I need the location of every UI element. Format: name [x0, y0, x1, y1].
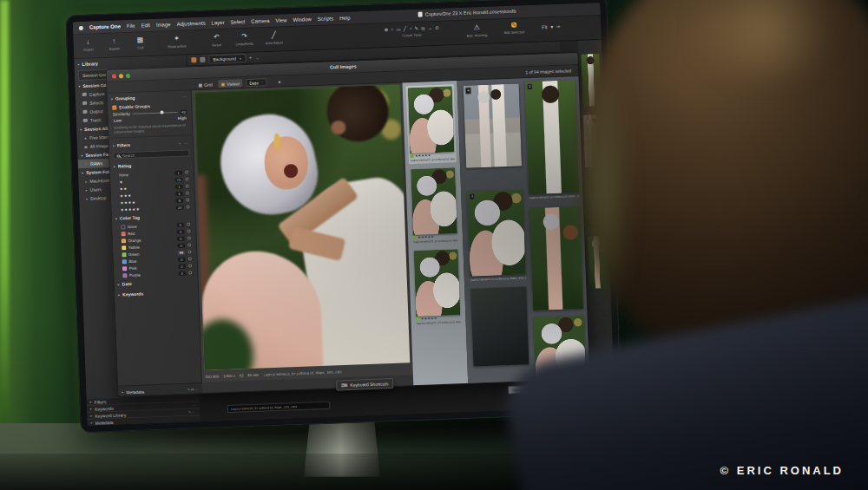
- pan-tool-icon[interactable]: ⊕: [384, 27, 388, 32]
- import-button[interactable]: ↓Import: [75, 36, 102, 52]
- thumbnail-filename: CaptureOne23_EricRonald_RAWs_305.CR3: [413, 238, 457, 244]
- menu-help[interactable]: Help: [339, 16, 351, 21]
- menu-image[interactable]: Image: [156, 22, 171, 28]
- similarity-slider[interactable]: [133, 111, 177, 114]
- undo-redo-icon: ↷: [231, 31, 257, 42]
- filter-toggle[interactable]: [186, 192, 189, 195]
- document-icon: [418, 12, 423, 17]
- filmstrip-thumbnail[interactable]: [408, 86, 455, 154]
- filmstrip-thumbnail[interactable]: [414, 249, 461, 317]
- metadata-tool-icons[interactable]: ✎⇄⋯: [187, 387, 199, 391]
- rotate-tool-icon[interactable]: ╱: [404, 26, 407, 31]
- layer-select[interactable]: Background▾: [208, 54, 246, 64]
- disk-icon: ▸: [85, 179, 87, 183]
- filters-header[interactable]: ▾Filters＋ ⋯: [109, 138, 193, 152]
- filter-toggle[interactable]: [186, 185, 189, 188]
- menu-file[interactable]: File: [127, 23, 135, 29]
- show-online-icon: ✶: [163, 33, 189, 43]
- add-layer-button[interactable]: +: [249, 56, 253, 61]
- cull-tool-panel: ▾Grouping⋯ ✓Enable Groups Similarity 43 …: [108, 90, 202, 385]
- edit-selected-icon: ✎: [512, 23, 516, 28]
- more-icon[interactable]: ⋯: [192, 402, 196, 407]
- browser-tab[interactable]: CaptureOne23_EricRonald_RAWs_228.CR3: [227, 402, 330, 413]
- filmstrip-cell[interactable]: ★★★★★ CaptureOne23_EricRonald_RAWs_306.C…: [412, 247, 463, 327]
- filter-toggle[interactable]: [188, 271, 192, 275]
- grid-view-button[interactable]: ▦Grid: [195, 80, 215, 88]
- group-count-badge: 2: [527, 83, 534, 90]
- zoom-tool-icon[interactable]: ○: [391, 27, 394, 32]
- group-filename: CaptureOne23_EricRonald_RAWs_303.CR3: [529, 194, 579, 199]
- photo-bride-laugh: [283, 164, 298, 179]
- ambient-green-glow: [0, 0, 78, 490]
- viewer-icon: ▣: [220, 81, 225, 86]
- filter-toggle[interactable]: [187, 244, 191, 247]
- filter-toggle[interactable]: [187, 251, 191, 254]
- brush-icon[interactable]: ✑: [556, 24, 561, 29]
- menu-view[interactable]: View: [275, 17, 286, 23]
- keywords-header[interactable]: ▸Keywords: [115, 287, 198, 301]
- auto-adjust-button[interactable]: ╱Auto Adjust: [260, 29, 287, 45]
- filter-toggle[interactable]: [187, 206, 190, 209]
- keyboard-shortcuts-button[interactable]: ⌨ Keyboard Shortcuts: [336, 378, 394, 390]
- crop-tool-icon[interactable]: ▭: [396, 26, 400, 31]
- group-thumbnail[interactable]: [470, 286, 529, 366]
- filter-toggle[interactable]: [188, 265, 192, 268]
- export-button[interactable]: ↑Export: [101, 36, 128, 51]
- layer-more-button[interactable]: ⌄: [255, 55, 259, 60]
- menu-adjustments[interactable]: Adjustments: [176, 21, 205, 27]
- exposure-warning-button[interactable]: ⚠Exp. Warning: [462, 23, 492, 38]
- filmstrip-thumbnail[interactable]: [411, 167, 457, 235]
- chevron-down-icon: ▾: [550, 24, 553, 29]
- group-thumbnail[interactable]: 4: [464, 84, 522, 168]
- filter-toggle[interactable]: [188, 258, 192, 261]
- menu-layer[interactable]: Layer: [211, 20, 224, 26]
- filmstrip-cell[interactable]: ★★★★★ CaptureOne23_EricRonald_RAWs_305.C…: [409, 166, 459, 245]
- photo-head-chain: [274, 134, 281, 150]
- menu-capture-one[interactable]: Capture One: [89, 23, 121, 29]
- filter-toggle[interactable]: [185, 171, 188, 174]
- filter-toggle[interactable]: [187, 230, 191, 233]
- add-filter-icon[interactable]: ＋ ⋯: [178, 140, 189, 145]
- zoom-fit-control[interactable]: Fit▾ ✑: [542, 24, 561, 30]
- viewer-view-button[interactable]: ▣Viewer: [218, 79, 242, 88]
- apple-icon[interactable]: [79, 25, 83, 29]
- slider-knob[interactable]: [161, 111, 164, 114]
- filter-toggle[interactable]: [186, 199, 189, 202]
- filter-toggle[interactable]: [187, 237, 191, 240]
- undo-redo-button[interactable]: ↷Undo/Redo: [231, 31, 258, 47]
- edit-selected-button[interactable]: ✎Edit Selected: [498, 21, 530, 35]
- reset-icon: ↶: [203, 32, 229, 42]
- filter-toggle[interactable]: [185, 178, 188, 181]
- menu-edit[interactable]: Edit: [141, 23, 150, 28]
- adjust-tool-icon[interactable]: ↔: [428, 25, 433, 30]
- menu-scripts[interactable]: Scripts: [318, 16, 334, 22]
- tool-icons[interactable]: ✎⋯: [188, 409, 197, 414]
- spot-tool-icon[interactable]: ◔: [409, 26, 412, 31]
- thumbnail-filename: CaptureOne23_EricRonald_RAWs_306.CR3: [417, 320, 461, 325]
- import-icon: ↓: [75, 36, 101, 47]
- menu-camera[interactable]: Camera: [251, 18, 270, 24]
- menu-select[interactable]: Select: [230, 19, 245, 25]
- more-icon[interactable]: ⋯: [182, 94, 187, 98]
- show-online-button[interactable]: ✶Show online: [163, 33, 190, 49]
- folder-icon: ▸: [86, 196, 88, 200]
- draw-mask-tool-icon[interactable]: ✎: [414, 26, 418, 31]
- group-thumbnail[interactable]: 3: [467, 189, 526, 276]
- viewer-photo[interactable]: [194, 85, 411, 370]
- sort-by-select[interactable]: Date↕: [246, 78, 266, 87]
- filmstrip-cell[interactable]: ★★★★★ CaptureOne23_EricRonald_RAWs_304.C…: [406, 84, 457, 164]
- filter-toggle[interactable]: [187, 223, 190, 226]
- folder-icon: [82, 93, 87, 96]
- menu-window[interactable]: Window: [293, 16, 312, 23]
- checkbox-checked-icon[interactable]: ✓: [112, 105, 116, 109]
- reset-button[interactable]: ↶Reset: [203, 32, 230, 48]
- cull-button[interactable]: ▦Cull: [127, 35, 154, 50]
- pick-color-tool-icon[interactable]: ◎: [421, 25, 425, 30]
- group-thumbnail[interactable]: 2: [525, 80, 580, 194]
- sort-direction-icon[interactable]: ▲: [277, 79, 281, 84]
- warning-triangle-icon: ⚠: [462, 23, 491, 33]
- cull-grid-icon: ▦: [127, 35, 153, 45]
- color-swatch: [122, 245, 126, 250]
- target-tool-icon[interactable]: ⊙: [435, 25, 439, 30]
- heart-icon: ♡: [85, 161, 89, 166]
